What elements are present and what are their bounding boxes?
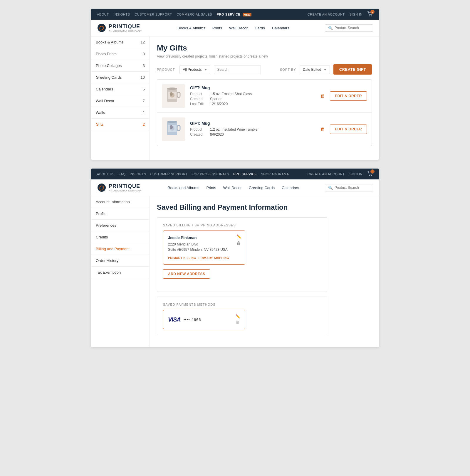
nav2-pro-service[interactable]: PRO SERVICE: [233, 172, 257, 176]
page-title-gifts: My Gifts: [157, 43, 372, 53]
gift-title-2: GIFT: Mug: [190, 121, 315, 126]
main-nav-links-2: Books and Albums Prints Wall Decor Greet…: [168, 186, 299, 190]
sort-by-label: SORT BY: [280, 68, 296, 71]
search-input-1[interactable]: [335, 26, 370, 30]
product-search-2[interactable]: 🔍: [325, 184, 373, 191]
svg-rect-6: [177, 92, 180, 97]
nav-customer-support[interactable]: CUSTOMER SUPPORT: [135, 13, 172, 16]
svg-point-9: [170, 92, 173, 96]
sign-in-link-2[interactable]: SIGN IN: [350, 172, 362, 176]
delete-button-2[interactable]: 🗑: [319, 125, 326, 133]
nav2-customer-support[interactable]: CUSTOMER SUPPORT: [150, 172, 188, 176]
top-bar-2: ABOUT US FAQ INSIGHTS CUSTOMER SUPPORT F…: [91, 169, 379, 179]
sidebar2-item-profile[interactable]: Profile: [91, 208, 150, 220]
logo-1[interactable]: PRINTIQUE AN ADORAMA COMPANY: [97, 23, 142, 33]
svg-point-16: [369, 175, 370, 176]
nav-wall-decor-1[interactable]: Wall Decor: [229, 26, 248, 30]
edit-order-button-2[interactable]: EDIT & ORDER: [330, 125, 367, 134]
sidebar-item-photo-prints[interactable]: Photo Prints 3: [91, 48, 150, 60]
logo-2[interactable]: PRINTIQUE AN ADORAMA COMPANY: [97, 183, 142, 192]
create-account-link-2[interactable]: CREATE AN ACCOUNT: [308, 172, 345, 176]
delete-address-icon[interactable]: 🗑: [236, 241, 241, 245]
main-nav-1: PRINTIQUE AN ADORAMA COMPANY Books & Alb…: [91, 20, 379, 36]
sidebar-item-walls[interactable]: Walls 1: [91, 107, 150, 119]
nav2-for-professionals[interactable]: FOR PROFESSIONALS: [192, 172, 229, 176]
svg-point-1: [371, 16, 372, 16]
nav2-books-albums[interactable]: Books and Albums: [168, 186, 199, 190]
sidebar-item-gifts[interactable]: Gifts 2: [91, 119, 150, 130]
addresses-section-label: SAVED BILLING / SHIPPING ADDRESSES: [163, 223, 321, 227]
nav2-insights[interactable]: INSIGHTS: [130, 172, 146, 176]
visa-logo: VISA: [168, 316, 181, 323]
gifts-main-content: My Gifts View previously created project…: [150, 36, 379, 160]
sidebar-item-greeting-cards[interactable]: Greeting Cards 10: [91, 72, 150, 83]
product-search-filter[interactable]: [214, 65, 261, 74]
logo-text-1: PRINTIQUE AN ADORAMA COMPANY: [109, 23, 142, 32]
nav-about[interactable]: ABOUT: [97, 13, 109, 16]
sidebar2-item-account-info[interactable]: Account Information: [91, 196, 150, 208]
address-line-1: 2220 Meridian Blvd: [168, 242, 240, 247]
sort-select[interactable]: Date Edited: [300, 65, 330, 74]
create-gift-button[interactable]: CREATE GIFT: [333, 64, 372, 75]
svg-point-15: [170, 125, 173, 129]
top-bar-right-links: CREATE AN ACCOUNT SIGN IN 0: [308, 11, 373, 17]
cart-count-1: 0: [370, 10, 375, 14]
product-filter-select[interactable]: All Products: [179, 65, 210, 74]
sidebar-item-books[interactable]: Books & Albums 12: [91, 36, 150, 48]
top-bar2-right-links: CREATE AN ACCOUNT SIGN IN 0: [308, 171, 373, 177]
main-nav-2: PRINTIQUE AN ADORAMA COMPANY Books and A…: [91, 179, 379, 196]
sidebar2-item-order-history[interactable]: Order History: [91, 255, 150, 267]
add-address-button[interactable]: ADD NEW ADDRESS: [163, 269, 210, 279]
sidebar-item-wall-decor[interactable]: Wall Decor 7: [91, 95, 150, 107]
nav2-faq[interactable]: FAQ: [119, 172, 126, 176]
product-search-1[interactable]: 🔍: [325, 24, 373, 32]
nav-insights[interactable]: INSIGHTS: [113, 13, 130, 16]
edit-payment-icon[interactable]: ✏️: [236, 314, 240, 319]
filter-row: PRODUCT All Products SORT BY Date Edited…: [157, 64, 372, 75]
table-row: GIFT: Mug Product 1.2 oz, Insulated Wine…: [157, 113, 372, 146]
mug-image-1: [165, 86, 182, 106]
cart-button-1[interactable]: 0: [367, 11, 373, 17]
address-tags: PRIMARY BILLING PRIMARY SHIPPING: [168, 256, 240, 260]
nav-prints-1[interactable]: Prints: [212, 26, 222, 30]
cart-button-2[interactable]: 0: [367, 171, 373, 177]
sign-in-link-1[interactable]: SIGN IN: [350, 13, 362, 16]
sidebar-item-photo-collages[interactable]: Photo Collages 3: [91, 60, 150, 72]
cart-count-2: 0: [370, 169, 375, 174]
nav-commercial-sales[interactable]: COMMERCIAL SALES: [177, 13, 212, 16]
frame-billing: ABOUT US FAQ INSIGHTS CUSTOMER SUPPORT F…: [91, 169, 379, 347]
sidebar2-item-billing[interactable]: Billing and Payment: [91, 243, 150, 255]
sidebar2-item-credits[interactable]: Credits: [91, 231, 150, 243]
search-input-2[interactable]: [335, 186, 370, 190]
search-icon-1: 🔍: [328, 26, 333, 30]
address-name: Jessie Pinkman: [168, 236, 240, 240]
nav-pro-service[interactable]: PRO SERVICE NEW: [217, 13, 252, 16]
address-card-actions: ✏️ 🗑: [236, 234, 241, 245]
delete-button-1[interactable]: 🗑: [319, 92, 326, 100]
create-account-link-1[interactable]: CREATE AN ACCOUNT: [308, 13, 345, 16]
nav-cards-1[interactable]: Cards: [255, 26, 265, 30]
edit-order-button-1[interactable]: EDIT & ORDER: [330, 91, 367, 101]
nav2-greeting-cards[interactable]: Greeting Cards: [249, 186, 275, 190]
main-nav-links-1: Books & Albums Prints Wall Decor Cards C…: [177, 26, 289, 30]
nav-books-albums-1[interactable]: Books & Albums: [177, 26, 205, 30]
product-detail-created-1: Created Spartan: [190, 97, 315, 101]
sidebar2-item-preferences[interactable]: Preferences: [91, 220, 150, 231]
primary-billing-tag: PRIMARY BILLING: [168, 256, 196, 260]
nav2-shop-adorama[interactable]: SHOP ADORAMA: [261, 172, 289, 176]
nav-calendars-1[interactable]: Calendars: [272, 26, 289, 30]
nav2-about-us[interactable]: ABOUT US: [97, 172, 115, 176]
nav2-calendars[interactable]: Calendars: [282, 186, 299, 190]
nav2-wall-decor[interactable]: Wall Decor: [223, 186, 242, 190]
delete-payment-icon[interactable]: 🗑: [236, 320, 240, 325]
product-info-2: GIFT: Mug Product 1.2 oz, Insulated Wine…: [190, 121, 315, 137]
edit-address-icon[interactable]: ✏️: [236, 234, 241, 239]
sort-section: SORT BY Date Edited CREATE GIFT: [280, 64, 372, 75]
product-actions-1: 🗑 EDIT & ORDER: [319, 91, 367, 101]
sidebar2-item-tax-exemption[interactable]: Tax Exemption: [91, 267, 150, 278]
svg-point-18: [98, 184, 106, 192]
svg-point-17: [371, 175, 372, 176]
billing-main-content: Saved Billing and Payment Information SA…: [150, 196, 379, 347]
nav2-prints[interactable]: Prints: [206, 186, 216, 190]
sidebar-item-calendars[interactable]: Calendars 5: [91, 83, 150, 95]
